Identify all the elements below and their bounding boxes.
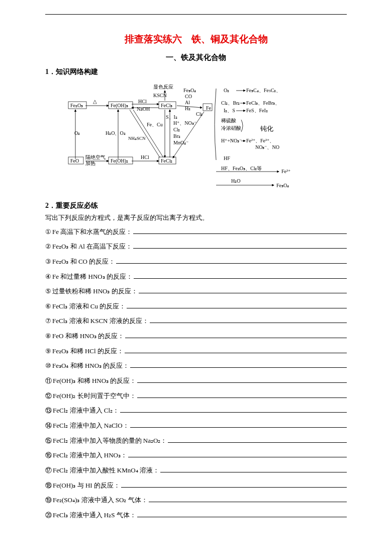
- question-line: ⑰FeCl₂ 溶液中加入酸性 KMnO₄ 溶液：: [45, 465, 347, 475]
- question-number: ⑫: [45, 391, 52, 401]
- question-line: ⑫Fe(OH)₂ 长时间置于空气中：: [45, 390, 347, 401]
- question-line: ⑥FeCl₃ 溶液和 Cu 的反应：: [45, 301, 347, 311]
- answer-blank[interactable]: [125, 346, 347, 353]
- question-number: ⑤: [45, 287, 51, 295]
- question-number: ⑲: [45, 496, 52, 505]
- question-number: ⑨: [45, 347, 51, 355]
- answer-blank[interactable]: [149, 495, 347, 503]
- question-line: ⑨Fe₂O₃ 和稀 HCl 的反应：: [45, 346, 347, 356]
- question-text: Fe₂(SO₄)₃ 溶液中通入 SO₂ 气体：: [53, 496, 148, 505]
- lbl-s-i2: S、I₂: [166, 114, 177, 120]
- question-number: ⑧: [45, 332, 51, 340]
- node-fe: Fe: [206, 105, 212, 111]
- answer-blank[interactable]: [128, 450, 347, 458]
- question-text: Fe₂O₃ 和 CO 的反应：: [52, 257, 115, 266]
- question-line: ①Fe 高温下和水蒸气的反应：: [45, 226, 347, 236]
- question-line: ③Fe₂O₃ 和 CO 的反应：: [45, 256, 347, 266]
- answer-blank[interactable]: [137, 375, 347, 383]
- question-number: ⑭: [45, 421, 52, 430]
- section-2-intro: 写出下列反应的方程式，是离子反应的写出离子方程式。: [45, 213, 347, 222]
- lbl-xishao: 稀硫酸: [221, 118, 236, 123]
- question-line: ⑤过量铁粉和稀 HNO₃ 的反应：: [45, 286, 347, 296]
- question-number: ⑳: [45, 511, 52, 520]
- lbl-br2: Br₂: [173, 133, 180, 139]
- question-text: FeCl₂ 溶液中加入 HNO₃：: [53, 451, 127, 460]
- answer-blank[interactable]: [150, 316, 347, 324]
- answer-blank[interactable]: [137, 390, 347, 398]
- r-dunhua: 钝化: [260, 125, 273, 132]
- question-text: Fe₂O₃ 和 Al 在高温下反应：: [52, 242, 132, 251]
- answer-blank[interactable]: [133, 226, 347, 234]
- question-text: FeCl₃ 溶液中通入 H₂S 气体：: [53, 511, 136, 520]
- question-number: ⑬: [45, 406, 52, 415]
- question-text: FeCl₂ 溶液中通入 Cl₂：: [53, 406, 119, 415]
- answer-blank[interactable]: [130, 420, 347, 428]
- question-number: ⑥: [45, 302, 51, 310]
- lbl-xianse: 显色反应: [153, 84, 173, 90]
- knowledge-diagram: Fe₂O₃ FeO Fe(OH)₃ Fe(OH)₂ FeCl₃ FeCl₂ Fe…: [45, 80, 347, 195]
- r-fe2fe3: Fe²⁺、Fe³⁺、: [246, 138, 274, 143]
- lbl-h2o-b: H₂O: [231, 178, 240, 184]
- question-line: ⑱Fe(OH)₃ 与 HI 的反应：: [45, 480, 347, 490]
- question-text: Fe(OH)₂ 长时间置于空气中：: [53, 391, 136, 401]
- lbl-cl2: Cl₂: [173, 127, 180, 132]
- node-fecl2: FeCl₂: [161, 158, 172, 164]
- lbl-fe-cu: Fe、Cu: [147, 122, 163, 127]
- lbl-gejue: 隔绝空气: [85, 154, 106, 160]
- answer-blank[interactable]: [127, 301, 347, 308]
- lbl-hcl-2: HCl: [141, 154, 149, 160]
- question-number: ⑰: [45, 466, 52, 475]
- question-line: ⑳FeCl₃ 溶液中通入 H₂S 气体：: [45, 510, 347, 520]
- question-line: ⑮FeCl₂ 溶液中加入等物质的量的 Na₂O₂：: [45, 435, 347, 445]
- top-rule: [45, 14, 347, 15]
- question-text: FeCl₃ 溶液和 Cu 的反应：: [52, 302, 126, 311]
- question-number: ⑦: [45, 317, 51, 325]
- answer-blank[interactable]: [121, 480, 347, 488]
- question-text: FeCl₂ 溶液中加入 NaClO：: [53, 421, 129, 430]
- node-feoh3: Fe(OH)₃: [111, 103, 128, 109]
- answer-blank[interactable]: [160, 465, 347, 472]
- r-fe3o4: Fe₃O₄: [276, 183, 289, 188]
- lbl-cl2b: Cl₂: [196, 111, 203, 117]
- node-feo: FeO: [70, 158, 79, 164]
- question-number: ⑯: [45, 451, 52, 460]
- node-fe2o3: Fe₂O₃: [70, 103, 83, 108]
- answer-blank[interactable]: [130, 361, 347, 368]
- question-number: ⑮: [45, 436, 52, 445]
- question-text: FeO 和稀 HNO₃ 的反应：: [52, 332, 124, 341]
- answer-blank[interactable]: [134, 271, 347, 279]
- lbl-h2o-o2: H₂O、O₂: [106, 130, 126, 136]
- answer-blank[interactable]: [125, 331, 347, 338]
- question-number: ②: [45, 243, 51, 251]
- question-number: ④: [45, 273, 51, 281]
- answer-blank[interactable]: [168, 435, 347, 443]
- lbl-hf: HF: [224, 155, 230, 161]
- question-line: ⑬FeCl₂ 溶液中通入 Cl₂：: [45, 406, 347, 416]
- question-text: Fe₃O₄ 和稀 HNO₃ 的反应：: [52, 361, 129, 370]
- lbl-i2s: I₂、S: [224, 108, 235, 113]
- answer-blank[interactable]: [137, 510, 347, 517]
- question-line: ⑪Fe(OH)₃ 和稀 HNO₃ 的反应：: [45, 375, 347, 385]
- r-feclfebr: FeCl₃、FeBr₃、: [246, 100, 280, 106]
- question-list: ①Fe 高温下和水蒸气的反应：②Fe₂O₃ 和 Al 在高温下反应：③Fe₂O₃…: [45, 226, 347, 520]
- r-fesfei: FeS、FeI₂: [246, 108, 268, 113]
- question-number: ①: [45, 228, 51, 236]
- question-line: ⑲Fe₂(SO₄)₃ 溶液中通入 SO₂ 气体：: [45, 495, 347, 505]
- lbl-delta-1: △: [93, 99, 97, 104]
- question-line: ⑭FeCl₂ 溶液中加入 NaClO：: [45, 420, 347, 430]
- question-text: Fe(OH)₃ 与 HI 的反应：: [53, 481, 120, 490]
- r-top: Fe₃C₄、Fe₅C₂、: [246, 88, 281, 93]
- question-text: Fe 和过量稀 HNO₃ 的反应：: [52, 272, 133, 281]
- lbl-naoh-1: NaOH: [137, 106, 150, 112]
- question-number: ⑱: [45, 481, 52, 490]
- section-1-heading: 1．知识网络构建: [45, 67, 347, 76]
- lbl-nh4scn: NH₄SCN: [128, 136, 146, 141]
- lbl-cl2br2: Cl₂、Br₂: [221, 100, 240, 106]
- answer-blank[interactable]: [120, 406, 347, 413]
- question-number: ⑪: [45, 376, 52, 385]
- answer-blank[interactable]: [116, 256, 347, 264]
- answer-blank[interactable]: [139, 286, 347, 294]
- r-no3no: NO₃⁻、NO: [255, 144, 279, 150]
- answer-blank[interactable]: [133, 242, 347, 249]
- lbl-hno3b: H⁺+NO₃⁻: [221, 138, 242, 143]
